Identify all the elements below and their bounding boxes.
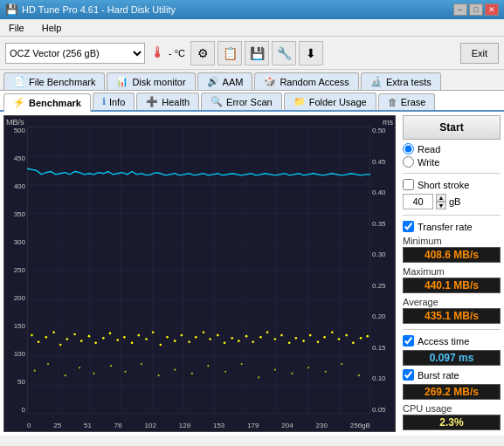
svg-point-26 bbox=[203, 331, 205, 333]
exit-button[interactable]: Exit bbox=[460, 43, 499, 64]
write-radio[interactable] bbox=[403, 156, 414, 168]
y-val-100: 100 bbox=[4, 350, 27, 358]
y-val-350: 350 bbox=[4, 210, 27, 218]
toolbar-btn-3[interactable]: 💾 bbox=[245, 41, 269, 65]
tab2-benchmark[interactable]: ⚡ Benchmark bbox=[3, 93, 91, 112]
toolbar-btn-2[interactable]: 📋 bbox=[217, 41, 242, 65]
tabs-row1: 📄 File Benchmark 📊 Disk monitor 🔊 AAM 🎲 … bbox=[0, 70, 504, 91]
burst-rate-stat: 269.2 MB/s bbox=[403, 384, 501, 400]
y-val-200: 200 bbox=[4, 294, 27, 302]
x-val-153: 153 bbox=[213, 422, 224, 429]
toolbar: OCZ Vector (256 gB) 🌡 - °C ⚙ 📋 💾 🔧 ⬇ Exi… bbox=[0, 37, 504, 70]
menu-file[interactable]: File bbox=[3, 21, 30, 35]
transfer-rate-label[interactable]: Transfer rate bbox=[403, 221, 501, 232]
x-axis-values: 0 25 51 76 102 128 153 179 204 230 256gB bbox=[27, 422, 370, 429]
folder-usage-icon: 📁 bbox=[293, 96, 306, 107]
tabs-row2: ⚡ Benchmark ℹ Info ➕ Health 🔍 Error Scan… bbox=[0, 91, 504, 112]
toolbar-btn-5[interactable]: ⬇ bbox=[299, 41, 323, 65]
toolbar-btn-4[interactable]: 🔧 bbox=[272, 41, 296, 65]
tab1-aam-label: AAM bbox=[223, 77, 244, 87]
tab2-erase-label: Erase bbox=[401, 97, 426, 107]
title-bar: 💾 HD Tune Pro 4.61 - Hard Disk Utility −… bbox=[0, 0, 504, 19]
svg-point-65 bbox=[274, 368, 276, 370]
svg-point-39 bbox=[295, 337, 298, 340]
svg-point-57 bbox=[141, 363, 142, 365]
maximum-stat: Maximum 440.1 MB/s bbox=[403, 266, 501, 293]
divider-2 bbox=[403, 215, 501, 216]
tab1-file-benchmark-label: File Benchmark bbox=[29, 77, 95, 87]
read-label: Read bbox=[418, 144, 440, 154]
tab1-aam[interactable]: 🔊 AAM bbox=[197, 72, 253, 90]
benchmark-icon: ⚡ bbox=[13, 97, 25, 108]
burst-rate-checkbox-label[interactable]: Burst rate bbox=[403, 369, 501, 381]
svg-point-48 bbox=[360, 337, 362, 340]
svg-point-61 bbox=[207, 365, 209, 367]
tab1-disk-monitor[interactable]: 📊 Disk monitor bbox=[107, 72, 195, 90]
svg-point-62 bbox=[224, 371, 226, 373]
x-val-51: 51 bbox=[84, 422, 92, 429]
spin-up-button[interactable]: ▲ bbox=[436, 194, 446, 202]
tab1-extra-tests[interactable]: 🔬 Extra tests bbox=[361, 72, 441, 90]
short-stroke-text: Short stroke bbox=[418, 180, 469, 190]
right-panel: Start Read Write Short stroke ▲ ▼ gB bbox=[399, 112, 504, 436]
thermometer-icon: 🌡 bbox=[150, 44, 166, 62]
cpu-usage-stat: CPU usage 2.3% bbox=[403, 403, 501, 430]
y-rval-005: 0.05 bbox=[370, 406, 395, 414]
drive-select[interactable]: OCZ Vector (256 gB) bbox=[5, 43, 145, 64]
access-time-checkbox[interactable] bbox=[403, 335, 414, 347]
tab1-random-access[interactable]: 🎲 Random Access bbox=[254, 72, 358, 90]
svg-point-22 bbox=[174, 340, 176, 342]
tab2-error-scan[interactable]: 🔍 Error Scan bbox=[201, 93, 282, 110]
burst-rate-checkbox[interactable] bbox=[403, 369, 414, 381]
svg-point-38 bbox=[288, 342, 291, 345]
read-radio-label[interactable]: Read bbox=[403, 143, 501, 154]
svg-point-19 bbox=[152, 331, 155, 333]
x-val-256: 256gB bbox=[350, 422, 370, 429]
y-val-0: 0 bbox=[4, 406, 27, 414]
access-time-value: 0.097 ms bbox=[403, 350, 501, 366]
maximize-button[interactable]: □ bbox=[469, 3, 483, 16]
svg-point-25 bbox=[195, 336, 197, 339]
tab2-folder-usage[interactable]: 📁 Folder Usage bbox=[284, 93, 376, 110]
tab2-erase[interactable]: 🗑 Erase bbox=[378, 93, 436, 110]
disk-monitor-icon: 📊 bbox=[116, 76, 128, 87]
access-time-checkbox-label[interactable]: Access time bbox=[403, 335, 501, 347]
y-rval-015: 0.15 bbox=[370, 344, 395, 352]
y-val-50: 50 bbox=[4, 378, 27, 386]
svg-point-23 bbox=[181, 334, 183, 337]
tab2-health[interactable]: ➕ Health bbox=[136, 93, 199, 110]
svg-point-36 bbox=[274, 338, 277, 340]
spin-down-button[interactable]: ▼ bbox=[436, 202, 446, 209]
svg-point-6 bbox=[59, 344, 62, 347]
svg-point-56 bbox=[124, 371, 126, 373]
short-stroke-checkbox[interactable] bbox=[403, 179, 414, 190]
svg-point-10 bbox=[88, 335, 91, 338]
short-stroke-label[interactable]: Short stroke bbox=[403, 179, 501, 190]
minimize-button[interactable]: − bbox=[453, 3, 467, 16]
svg-point-66 bbox=[291, 373, 293, 374]
close-button[interactable]: ✕ bbox=[485, 3, 499, 16]
tab1-file-benchmark[interactable]: 📄 File Benchmark bbox=[3, 72, 105, 90]
transfer-rate-checkbox[interactable] bbox=[403, 221, 414, 232]
average-label: Average bbox=[403, 297, 501, 307]
svg-point-12 bbox=[102, 337, 105, 340]
cpu-usage-label: CPU usage bbox=[403, 403, 501, 414]
stroke-row: ▲ ▼ gB bbox=[403, 194, 501, 209]
toolbar-btn-1[interactable]: ⚙ bbox=[190, 41, 215, 65]
svg-point-32 bbox=[245, 335, 248, 338]
title-bar-controls: − □ ✕ bbox=[453, 3, 499, 16]
start-button[interactable]: Start bbox=[403, 115, 501, 140]
write-radio-label[interactable]: Write bbox=[403, 156, 501, 168]
tab2-info[interactable]: ℹ Info bbox=[93, 93, 135, 110]
read-radio[interactable] bbox=[403, 143, 414, 154]
tab2-error-scan-label: Error Scan bbox=[226, 97, 273, 107]
minimum-value: 408.6 MB/s bbox=[403, 247, 501, 263]
stroke-input[interactable] bbox=[403, 194, 433, 209]
y-val-300: 300 bbox=[4, 238, 27, 246]
menu-help[interactable]: Help bbox=[37, 21, 67, 35]
cpu-usage-value: 2.3% bbox=[403, 415, 501, 430]
maximum-label: Maximum bbox=[403, 266, 501, 277]
tab2-health-label: Health bbox=[162, 97, 190, 107]
svg-point-18 bbox=[145, 338, 148, 340]
benchmark-chart-svg bbox=[27, 127, 370, 414]
